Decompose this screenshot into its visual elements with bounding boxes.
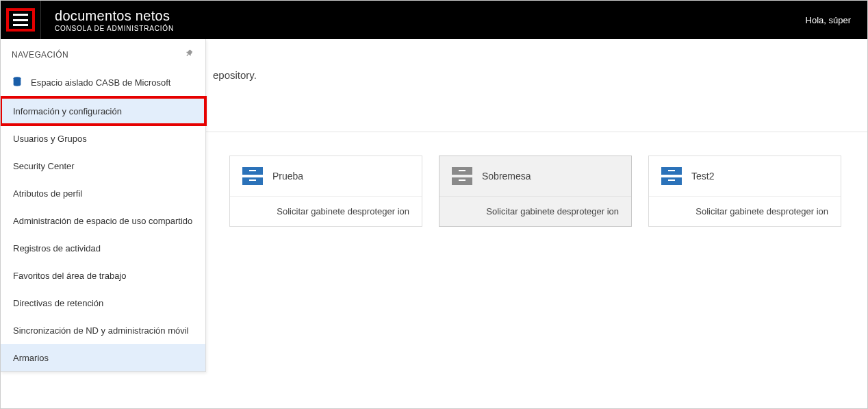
nav-item-profile-attributes[interactable]: Atributos de perfil (1, 179, 205, 207)
hamburger-icon (13, 14, 28, 26)
nav-item-label: Usuarios y Grupos (13, 134, 87, 144)
app-subtitle: CONSOLA DE ADMINISTRACIÓN (55, 25, 174, 32)
cabinet-card-action[interactable]: Solicitar gabinete desproteger ion (649, 196, 841, 226)
nav-item-shared-space-admin[interactable]: Administración de espacio de uso compart… (1, 207, 205, 234)
nav-item-label: Directivas de retención (13, 298, 103, 308)
nav-item-workspace-favorites[interactable]: Favoritos del área de trabajo (1, 262, 205, 289)
cabinet-card-action[interactable]: Solicitar gabinete desproteger ion (439, 196, 631, 226)
cabinet-icon (242, 167, 263, 185)
database-icon (12, 76, 23, 89)
cabinet-card-header: Prueba (230, 156, 422, 196)
nav-item-cabinets[interactable]: Armarios (1, 344, 205, 371)
nav-item-security-center[interactable]: Security Center (1, 152, 205, 179)
cabinet-icon (661, 167, 682, 185)
nav-item-label: Favoritos del área de trabajo (13, 271, 126, 281)
nav-item-casb[interactable]: Espacio aislado CASB de Microsoft (1, 67, 205, 97)
nav-item-label: Sincronización de ND y administración mó… (13, 325, 189, 336)
nav-item-label: Armarios (13, 353, 49, 363)
nav-header: NAVEGACIÓN (1, 39, 205, 67)
nav-heading: NAVEGACIÓN (12, 50, 68, 60)
nav-item-label: Espacio aislado CASB de Microsoft (31, 77, 170, 88)
cabinet-card-header: Sobremesa (439, 156, 631, 196)
brand-block: documentos netos CONSOLA DE ADMINISTRACI… (55, 8, 174, 32)
cabinet-card-header: Test2 (649, 156, 841, 196)
cabinet-card-action[interactable]: Solicitar gabinete desproteger ion (230, 196, 422, 226)
user-greeting[interactable]: Hola, súper (806, 15, 851, 25)
hamburger-button[interactable] (6, 8, 35, 32)
nav-item-activity-logs[interactable]: Registros de actividad (1, 234, 205, 262)
nav-item-label: Atributos de perfil (13, 188, 82, 199)
cabinet-card-title: Test2 (691, 171, 714, 182)
nav-item-nd-sync-mobile[interactable]: Sincronización de ND y administración mó… (1, 317, 205, 344)
cabinet-card-title: Sobremesa (482, 171, 531, 182)
app-header: documentos netos CONSOLA DE ADMINISTRACI… (1, 1, 867, 39)
cabinet-card-prueba[interactable]: Prueba Solicitar gabinete desproteger io… (229, 156, 422, 227)
nav-item-label: Información y configuración (13, 106, 122, 116)
nav-item-users-groups[interactable]: Usuarios y Grupos (1, 125, 205, 152)
nav-item-label: Registros de actividad (13, 243, 101, 253)
cabinet-card-test2[interactable]: Test2 Solicitar gabinete desproteger ion (648, 156, 841, 227)
nav-item-label: Administración de espacio de uso compart… (13, 216, 192, 226)
nav-item-retention-policies[interactable]: Directivas de retención (1, 289, 205, 317)
cabinet-card-sobremesa[interactable]: Sobremesa Solicitar gabinete desproteger… (439, 156, 632, 227)
nav-item-label: Security Center (13, 161, 75, 171)
nav-item-info-config[interactable]: Información y configuración (1, 97, 205, 125)
cabinet-card-title: Prueba (272, 171, 303, 182)
cabinet-icon (452, 167, 472, 185)
app-title: documentos netos (55, 8, 174, 24)
navigation-sidebar: NAVEGACIÓN Espacio aislado CASB de Micro… (1, 39, 206, 372)
hamburger-container (1, 1, 41, 39)
pin-icon[interactable] (183, 49, 194, 60)
